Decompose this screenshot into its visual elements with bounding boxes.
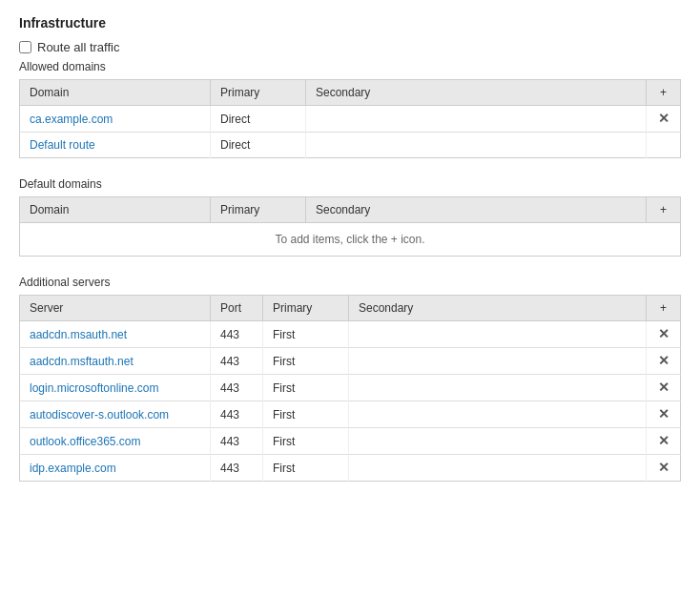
additional-servers-row: autodiscover-s.outlook.com443First✕ [20,401,681,428]
additional-servers-row: login.microsoftonline.com443First✕ [20,375,681,401]
default-domains-add-btn[interactable]: + [647,197,681,223]
additional-servers-server-cell[interactable]: idp.example.com [20,455,211,482]
additional-servers-action-cell[interactable]: ✕ [647,321,681,348]
default-domains-label: Default domains [19,177,681,191]
additional-servers-server-link[interactable]: aadcdn.msftauth.net [30,355,134,368]
additional-servers-server-link[interactable]: idp.example.com [30,462,116,475]
additional-servers-server-cell[interactable]: autodiscover-s.outlook.com [20,401,211,428]
additional-servers-primary-cell: First [263,375,349,401]
additional-servers-action-cell[interactable]: ✕ [647,455,681,482]
additional-servers-server-cell[interactable]: outlook.office365.com [20,428,211,455]
default-domains-section: Default domains Domain Primary Secondary… [19,177,681,257]
additional-servers-action-cell[interactable]: ✕ [647,348,681,375]
additional-servers-remove-btn[interactable]: ✕ [658,327,669,340]
additional-servers-server-cell[interactable]: aadcdn.msauth.net [20,321,211,348]
default-domains-col-primary: Primary [211,197,306,223]
additional-servers-primary-cell: First [263,428,349,455]
default-domains-empty-row: To add items, click the + icon. [20,223,681,257]
allowed-domains-domain-link[interactable]: ca.example.com [30,113,113,126]
route-all-traffic-row: Route all traffic [19,40,681,54]
additional-servers-remove-btn[interactable]: ✕ [658,354,669,367]
allowed-domains-action-cell [647,133,681,158]
additional-servers-primary-cell: First [263,321,349,348]
route-all-traffic-checkbox[interactable] [19,41,31,53]
additional-servers-secondary-cell [349,348,647,375]
additional-servers-col-server: Server [20,296,211,321]
default-domains-table: Domain Primary Secondary + To add items,… [19,196,681,257]
allowed-domains-row: Default routeDirect [20,133,681,158]
additional-servers-action-cell[interactable]: ✕ [647,375,681,401]
additional-servers-label: Additional servers [19,276,681,289]
additional-servers-port-cell: 443 [211,321,263,348]
allowed-domains-action-cell[interactable]: ✕ [647,106,681,133]
allowed-domains-secondary-cell [306,106,647,133]
additional-servers-remove-btn[interactable]: ✕ [658,380,669,394]
additional-servers-secondary-cell [349,321,647,348]
default-domains-col-secondary: Secondary [306,197,647,223]
additional-servers-remove-btn[interactable]: ✕ [658,407,669,421]
additional-servers-header-row: Server Port Primary Secondary + [20,296,681,321]
allowed-domains-col-primary: Primary [211,80,306,106]
default-domains-col-domain: Domain [20,197,211,223]
allowed-domains-primary-cell: Direct [211,133,306,158]
additional-servers-action-cell[interactable]: ✕ [647,428,681,455]
allowed-domains-remove-btn[interactable]: ✕ [658,112,669,125]
additional-servers-add-btn[interactable]: + [647,296,681,321]
additional-servers-primary-cell: First [263,455,349,482]
additional-servers-remove-btn[interactable]: ✕ [658,434,669,447]
default-domains-empty-message: To add items, click the + icon. [20,223,681,257]
allowed-domains-col-domain: Domain [20,80,211,106]
allowed-domains-secondary-cell [306,133,647,158]
additional-servers-server-link[interactable]: aadcdn.msauth.net [30,328,127,341]
additional-servers-secondary-cell [349,428,647,455]
allowed-domains-label: Allowed domains [19,60,681,73]
additional-servers-server-link[interactable]: autodiscover-s.outlook.com [30,408,169,421]
additional-servers-secondary-cell [349,455,647,482]
additional-servers-server-cell[interactable]: aadcdn.msftauth.net [20,348,211,375]
additional-servers-secondary-cell [349,375,647,401]
additional-servers-primary-cell: First [263,348,349,375]
additional-servers-server-link[interactable]: outlook.office365.com [30,435,141,448]
additional-servers-col-port: Port [211,296,263,321]
allowed-domains-row: ca.example.comDirect✕ [20,106,681,133]
additional-servers-col-secondary: Secondary [349,296,647,321]
allowed-domains-primary-cell: Direct [211,106,306,133]
additional-servers-remove-btn[interactable]: ✕ [658,461,669,474]
additional-servers-port-cell: 443 [211,401,263,428]
additional-servers-server-link[interactable]: login.microsoftonline.com [30,381,158,395]
route-all-traffic-label: Route all traffic [37,40,119,54]
additional-servers-primary-cell: First [263,401,349,428]
additional-servers-row: outlook.office365.com443First✕ [20,428,681,455]
allowed-domains-domain-cell[interactable]: Default route [20,133,211,158]
allowed-domains-table: Domain Primary Secondary + ca.example.co… [19,79,681,158]
additional-servers-section: Additional servers Server Port Primary S… [19,276,681,482]
allowed-domains-header-row: Domain Primary Secondary + [20,80,681,106]
allowed-domains-col-secondary: Secondary [306,80,647,106]
additional-servers-port-cell: 443 [211,428,263,455]
additional-servers-row: aadcdn.msauth.net443First✕ [20,321,681,348]
allowed-domains-add-btn[interactable]: + [647,80,681,106]
additional-servers-col-primary: Primary [263,296,349,321]
additional-servers-row: idp.example.com443First✕ [20,455,681,482]
default-domains-header-row: Domain Primary Secondary + [20,197,681,223]
additional-servers-server-cell[interactable]: login.microsoftonline.com [20,375,211,401]
page-title: Infrastructure [19,15,681,31]
additional-servers-action-cell[interactable]: ✕ [647,401,681,428]
additional-servers-port-cell: 443 [211,348,263,375]
additional-servers-port-cell: 443 [211,375,263,401]
additional-servers-port-cell: 443 [211,455,263,482]
allowed-domains-domain-link[interactable]: Default route [30,138,95,152]
additional-servers-table: Server Port Primary Secondary + aadcdn.m… [19,295,681,482]
allowed-domains-section: Allowed domains Domain Primary Secondary… [19,60,681,158]
additional-servers-row: aadcdn.msftauth.net443First✕ [20,348,681,375]
allowed-domains-domain-cell[interactable]: ca.example.com [20,106,211,133]
additional-servers-secondary-cell [349,401,647,428]
